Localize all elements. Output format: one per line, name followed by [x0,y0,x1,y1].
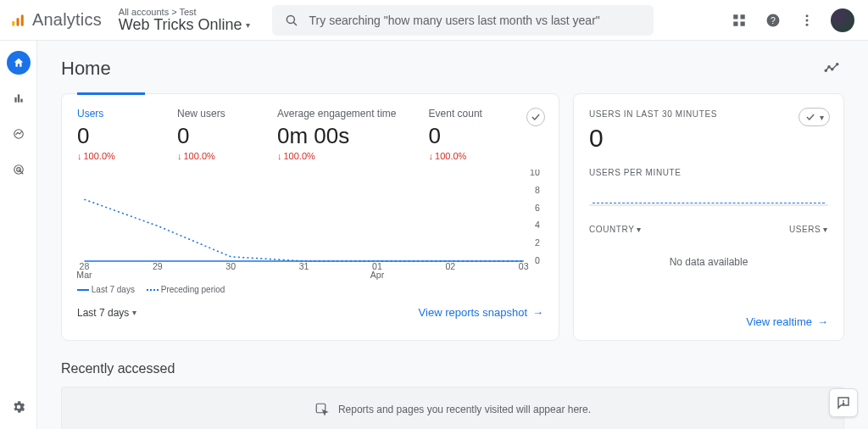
svg-point-23 [832,69,833,70]
svg-point-3 [287,15,294,23]
chart-legend: Last 7 days Preceding period [77,285,543,294]
metric-label: New users [177,108,245,120]
svg-text:8: 8 [535,186,540,195]
realtime-nodata: No data available [589,256,828,268]
svg-text:02: 02 [445,262,455,271]
arrow-down-icon: ↓ [429,151,434,161]
left-rail [0,41,37,429]
svg-text:Apr: Apr [370,270,385,280]
recently-accessed-empty: Reports and pages you recently visited w… [61,387,844,429]
card-quality-dropdown[interactable]: ▾ [798,108,830,126]
feedback-button[interactable] [829,388,858,417]
recently-accessed-title: Recently accessed [61,361,844,376]
svg-point-12 [806,19,809,21]
metric-engagement[interactable]: Average engagement time 0m 00s ↓100.0% [277,108,397,161]
svg-point-42 [843,403,844,404]
svg-text:31: 31 [299,262,309,271]
search-input[interactable]: Try searching "how many users last month… [272,5,654,36]
insights-icon[interactable] [824,61,839,76]
metric-value: 0 [429,123,497,149]
realtime-sparkline [589,204,828,206]
realtime-sub: USERS PER MINUTE [589,168,828,177]
realtime-header: USERS IN LAST 30 MINUTES [589,109,828,119]
svg-rect-14 [14,98,16,103]
apps-icon[interactable] [729,10,749,31]
svg-rect-1 [17,18,19,26]
svg-rect-0 [12,20,14,25]
svg-text:10: 10 [530,170,540,177]
brand-block: Analytics [7,10,102,30]
svg-point-11 [806,14,809,17]
chevron-down-icon: ▾ [637,225,642,234]
svg-point-24 [837,64,838,65]
avatar[interactable] [831,8,854,32]
svg-rect-6 [741,14,745,19]
svg-rect-8 [741,21,745,25]
metric-event-count[interactable]: Event count 0 ↓100.0% [429,108,497,161]
col-country[interactable]: COUNTRY▾ [589,225,642,234]
property-picker[interactable]: All accounts > Test Web Tricks Online ▾ [119,7,250,34]
svg-text:4: 4 [535,221,540,231]
arrow-right-icon: → [817,315,828,328]
help-icon[interactable]: ? [763,10,783,31]
cursor-icon [314,402,330,417]
page-title: Home [61,58,111,80]
svg-text:0: 0 [535,256,540,265]
nav-explore[interactable] [7,122,31,146]
realtime-card: ▾ USERS IN LAST 30 MINUTES 0 USERS PER M… [573,93,844,341]
main-content: Home Users 0 ↓100.0% New users 0 ↓100.0% [37,41,868,429]
search-icon [284,13,299,28]
more-vert-icon[interactable] [797,10,817,31]
svg-text:?: ? [771,14,776,25]
metric-delta: ↓100.0% [77,151,145,161]
metrics-row: Users 0 ↓100.0% New users 0 ↓100.0% Aver… [77,108,543,161]
nav-advertising[interactable] [7,158,31,181]
view-reports-snapshot-link[interactable]: View reports snapshot → [419,306,543,319]
svg-point-17 [14,130,23,139]
nav-home[interactable] [7,51,31,75]
metric-label: Event count [429,108,497,120]
svg-line-4 [293,22,297,25]
metric-label: Average engagement time [277,108,397,120]
breadcrumb: All accounts > Test [119,7,250,17]
col-users[interactable]: USERS▾ [789,225,828,234]
brand-word: Analytics [32,10,102,30]
svg-rect-16 [20,99,22,103]
metric-value: 0m 00s [277,123,397,149]
metric-users[interactable]: Users 0 ↓100.0% [77,108,145,161]
analytics-logo-icon [10,13,25,28]
card-quality-icon[interactable] [526,108,545,126]
svg-point-21 [825,70,826,71]
metric-value: 0 [177,123,245,149]
chevron-down-icon: ▾ [820,113,824,122]
svg-rect-2 [21,14,24,26]
legend-last: Last 7 days [92,285,135,294]
nav-reports[interactable] [7,86,31,110]
arrow-right-icon: → [532,306,543,319]
chevron-down-icon: ▾ [246,20,250,30]
metric-label: Users [77,92,145,120]
overview-card: Users 0 ↓100.0% New users 0 ↓100.0% Aver… [61,93,559,341]
view-realtime-link[interactable]: View realtime → [746,315,828,328]
svg-text:Mar: Mar [77,270,92,280]
svg-text:03: 03 [519,262,529,271]
svg-point-13 [806,23,809,25]
realtime-value: 0 [589,124,828,153]
recently-accessed-empty-text: Reports and pages you recently visited w… [338,404,591,415]
chevron-down-icon: ▾ [132,308,136,317]
svg-text:2: 2 [535,238,540,248]
nav-admin[interactable] [7,395,31,419]
svg-point-22 [828,66,830,68]
trend-chart: 024681028Mar29303101Apr0203 [77,170,543,280]
svg-text:30: 30 [225,262,236,271]
metric-delta: ↓100.0% [277,151,397,161]
svg-rect-5 [733,14,737,19]
arrow-down-icon: ↓ [277,151,282,161]
metric-delta: ↓100.0% [177,151,245,161]
svg-rect-15 [17,94,19,102]
metric-value: 0 [77,123,145,149]
date-range-dropdown[interactable]: Last 7 days ▾ [77,307,136,319]
metric-new-users[interactable]: New users 0 ↓100.0% [177,108,245,161]
svg-text:6: 6 [535,203,540,213]
svg-rect-7 [733,21,737,25]
